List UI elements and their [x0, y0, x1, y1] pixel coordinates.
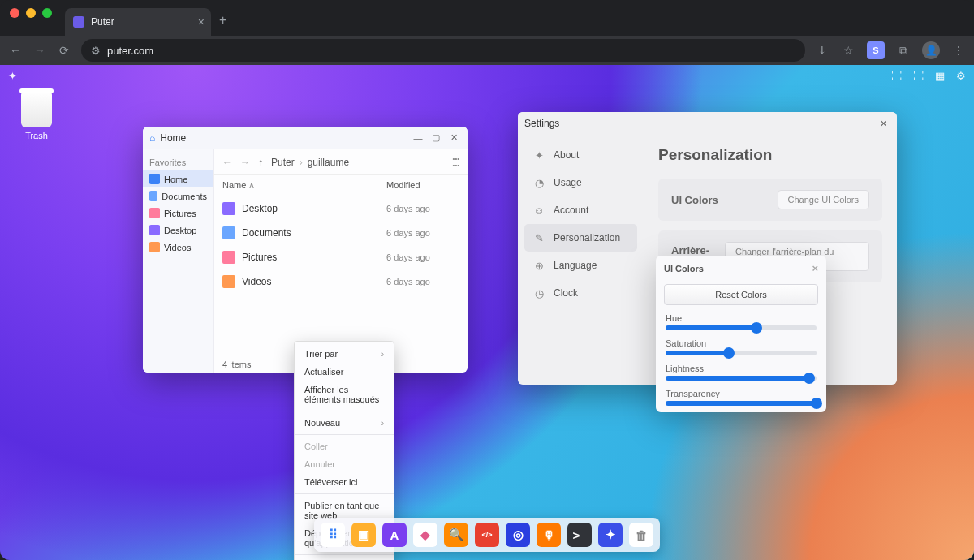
profile-badge[interactable]: S	[867, 41, 885, 59]
menu-item[interactable]: Téléverser ici	[295, 473, 394, 491]
menu-item-label: Actualiser	[304, 367, 343, 377]
browser-menu-icon[interactable]: ⋮	[951, 44, 966, 57]
dock-spiral-icon[interactable]: ◎	[506, 523, 530, 547]
close-icon[interactable]: ×	[812, 262, 818, 274]
file-modified: 6 days ago	[386, 228, 459, 238]
tab-favicon-icon	[73, 16, 84, 28]
file-row[interactable]: Videos6 days ago	[214, 269, 468, 294]
menu-item-label: Afficher les éléments masqués	[304, 385, 384, 404]
menu-item-label: Annuler	[304, 459, 335, 469]
card-label: UI Colors	[671, 194, 718, 206]
puter-logo-icon[interactable]: ✦	[8, 70, 17, 82]
nav-back-icon[interactable]: ←	[222, 157, 232, 168]
col-modified[interactable]: Modified	[386, 180, 459, 191]
window-maximize-icon[interactable]: ▢	[429, 131, 443, 145]
menu-item[interactable]: Nouveau›	[295, 414, 394, 432]
window-minimize-icon[interactable]: —	[411, 131, 425, 145]
settings-item-about[interactable]: ✦About	[524, 141, 637, 169]
menu-item[interactable]: Trier par›	[295, 345, 394, 363]
site-tune-icon[interactable]: ⚙	[91, 45, 101, 57]
browser-tab-strip: Puter × +	[0, 0, 974, 36]
menu-item[interactable]: Afficher les éléments masqués	[295, 381, 394, 408]
breadcrumb[interactable]: Puter › guillaume	[271, 157, 349, 168]
dock-cube-icon[interactable]: ◆	[413, 523, 437, 547]
address-bar[interactable]: ⚙ puter.com	[81, 39, 805, 62]
window-minimize-dot[interactable]	[26, 8, 36, 18]
install-app-icon[interactable]: ⤓	[815, 44, 830, 57]
sidebar-item-pictures[interactable]: Pictures	[143, 205, 213, 222]
slider-row-lightness: Lightness	[656, 362, 826, 387]
nav-up-icon[interactable]: ↑	[258, 157, 263, 168]
dock-apps-icon[interactable]: ⠿	[321, 523, 345, 547]
tab-close-icon[interactable]: ×	[198, 15, 205, 28]
sidebar-item-label: Videos	[164, 243, 191, 252]
file-row[interactable]: Desktop6 days ago	[214, 196, 468, 221]
bookmark-star-icon[interactable]: ☆	[841, 44, 855, 57]
menu-item-label: Téléverser ici	[304, 477, 357, 487]
browser-tab[interactable]: Puter ×	[65, 8, 211, 36]
sidebar-item-home[interactable]: Home	[143, 170, 213, 187]
menu-separator	[295, 434, 394, 435]
new-tab-button[interactable]: +	[219, 13, 226, 28]
settings-item-clock[interactable]: ◷Clock	[524, 279, 637, 307]
menubar-qr-icon[interactable]: ▦	[935, 70, 945, 82]
settings-item-language[interactable]: ⊕Language	[524, 252, 637, 279]
explorer-titlebar[interactable]: ⌂ Home — ▢ ✕	[143, 127, 468, 149]
settings-item-usage[interactable]: ◔Usage	[524, 169, 637, 196]
language-icon: ⊕	[532, 259, 545, 272]
dock-text-a-icon[interactable]: A	[382, 523, 407, 547]
sidebar-item-documents[interactable]: Documents	[143, 187, 213, 205]
menubar-gift-icon[interactable]: ⛶	[891, 70, 902, 82]
view-toggle[interactable]: ••••••	[453, 157, 459, 168]
crumb-root[interactable]: Puter	[271, 157, 295, 168]
dock-search-icon[interactable]: 🔍	[444, 523, 468, 547]
settings-titlebar[interactable]: Settings ✕	[518, 112, 897, 135]
sidebar-item-label: Desktop	[164, 226, 196, 235]
extensions-icon[interactable]: ⧉	[896, 44, 911, 58]
nav-back-icon[interactable]: ←	[8, 44, 23, 57]
dock-files-icon[interactable]: ▣	[351, 523, 376, 547]
file-row[interactable]: Documents6 days ago	[214, 221, 468, 245]
dock-trash-icon[interactable]: 🗑	[629, 523, 653, 547]
file-row[interactable]: Pictures6 days ago	[214, 245, 468, 269]
transparency-slider[interactable]	[666, 401, 817, 406]
pic-icon	[149, 208, 160, 218]
dock-mic-icon[interactable]: 🎙	[537, 523, 561, 547]
nav-forward-icon[interactable]: →	[32, 44, 47, 57]
sidebar-item-videos[interactable]: Videos	[143, 239, 213, 256]
sort-asc-icon[interactable]: ∧	[248, 180, 255, 190]
window-close-icon[interactable]: ✕	[446, 131, 461, 145]
settings-item-account[interactable]: ☺Account	[524, 196, 637, 224]
clock-icon: ◷	[532, 286, 545, 299]
personalization-icon: ✎	[532, 231, 545, 244]
crumb-current[interactable]: guillaume	[308, 157, 349, 168]
dock-code-icon[interactable]: </>	[475, 523, 499, 547]
sidebar-item-desktop[interactable]: Desktop	[143, 222, 213, 239]
hue-slider[interactable]	[666, 325, 817, 330]
menubar-settings-icon[interactable]: ⚙	[956, 70, 966, 82]
ui-colors-popup[interactable]: UI Colors × Reset Colors HueSaturationLi…	[656, 256, 826, 412]
settings-title: Settings	[524, 118, 559, 129]
nav-reload-icon[interactable]: ⟳	[57, 44, 71, 57]
account-icon[interactable]: 👤	[922, 41, 940, 59]
card-button[interactable]: Change UI Colors	[778, 190, 869, 209]
window-zoom-dot[interactable]	[42, 8, 52, 18]
lightness-slider[interactable]	[666, 376, 817, 381]
menubar-fullscreen-icon[interactable]: ⛶	[913, 70, 924, 82]
reset-colors-button[interactable]: Reset Colors	[664, 284, 818, 305]
desktop-trash[interactable]: Trash	[21, 92, 52, 140]
chevron-right-icon: ›	[381, 350, 384, 359]
folder-icon	[222, 226, 235, 239]
explorer-window[interactable]: ⌂ Home — ▢ ✕ Favorites HomeDocumentsPict…	[143, 127, 468, 373]
dock-terminal-icon[interactable]: >_	[567, 523, 592, 547]
saturation-slider[interactable]	[666, 351, 817, 355]
puter-desktop[interactable]: ✦ ⛶ ⛶ ▦ ⚙ Trash ⌂ Home — ▢ ✕ Favorites H…	[0, 65, 974, 560]
window-close-dot[interactable]	[10, 8, 19, 18]
menu-item[interactable]: Actualiser	[295, 363, 394, 381]
nav-forward-icon[interactable]: →	[240, 157, 250, 168]
trash-label: Trash	[21, 131, 52, 140]
col-name[interactable]: Name	[222, 180, 246, 190]
settings-item-personalization[interactable]: ✎Personalization	[524, 224, 637, 252]
window-close-icon[interactable]: ✕	[876, 116, 890, 131]
dock-puter-icon[interactable]: ✦	[598, 523, 623, 547]
